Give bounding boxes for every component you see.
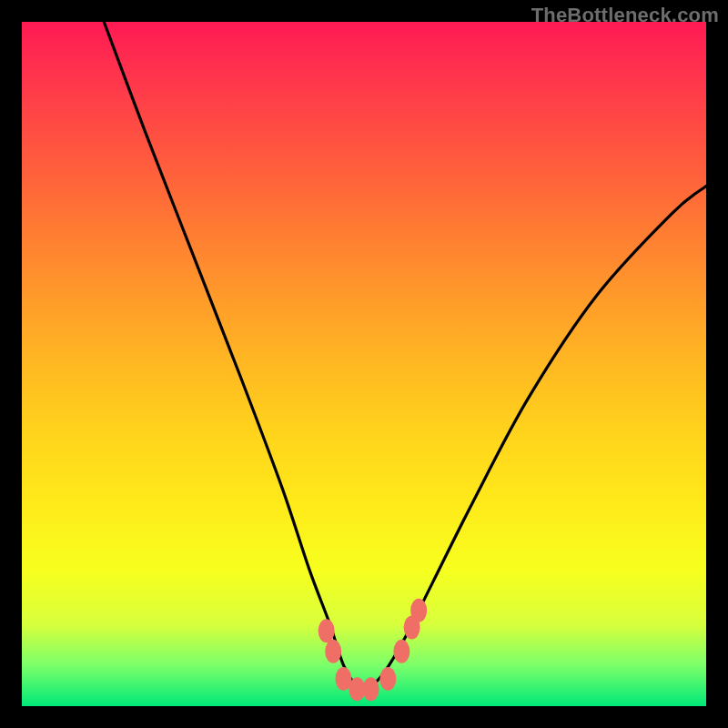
plot-area bbox=[22, 22, 706, 706]
marker-dot bbox=[410, 599, 427, 622]
watermark-text: TheBottleneck.com bbox=[531, 4, 719, 27]
marker-dot bbox=[325, 640, 341, 663]
curve-line bbox=[104, 22, 706, 688]
marker-dot bbox=[393, 640, 410, 663]
marker-dot bbox=[363, 677, 379, 701]
marker-dot bbox=[379, 667, 396, 691]
marker-dot bbox=[318, 619, 335, 642]
chart-svg bbox=[22, 22, 706, 706]
curve-markers bbox=[318, 599, 428, 701]
